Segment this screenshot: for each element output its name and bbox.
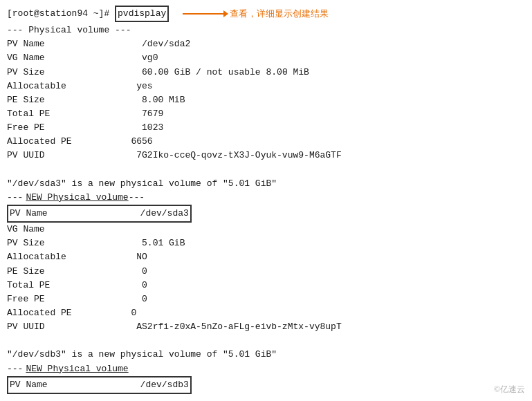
msg1-blank: [7, 163, 525, 177]
block2-divider-row: --- NEW Physical volume ---: [7, 191, 525, 205]
annotation-container: 查看，详细显示创建结果: [183, 7, 329, 21]
annotation-text: 查看，详细显示创建结果: [230, 7, 329, 21]
command-line: [root@station94 ~]# pvdisplay 查看，详细显示创建结…: [7, 6, 525, 22]
block2-pv-size: PV Size 5.01 GiB: [7, 236, 525, 250]
block2-pv-name-row: PV Name /dev/sda3: [7, 205, 192, 223]
block1-divider: --- Physical volume ---: [7, 24, 525, 37]
terminal-output: [root@station94 ~]# pvdisplay 查看，详细显示创建结…: [0, 0, 532, 400]
arrow-icon: [183, 13, 224, 15]
msg1: "/dev/sda3" is a new physical volume of …: [7, 177, 525, 191]
block1-total-pe: Total PE 7679: [7, 107, 525, 121]
block1-vg-name: VG Name vg0: [7, 51, 525, 65]
block1-allocatable: Allocatable yes: [7, 80, 525, 93]
block1-free-pe: Free PE 1023: [7, 121, 525, 135]
block2-divider: ---: [7, 191, 23, 205]
block3-pv-name-label: PV Name: [10, 378, 48, 392]
command-text: pvdisplay: [115, 6, 169, 22]
block2-pe-size: PE Size 0: [7, 265, 525, 279]
block2-allocated-pe: Allocated PE 0: [7, 306, 525, 320]
block3-pv-name-row: PV Name /dev/sdb3: [7, 376, 192, 394]
block3-divider-dashes: ---: [7, 362, 23, 376]
block2-pv-name-value: /dev/sda3: [140, 207, 189, 221]
block1-allocated-pe: Allocated PE 6656: [7, 135, 525, 149]
block3-divider-row: --- NEW Physical volume: [7, 362, 525, 376]
block2-vg-name: VG Name: [7, 223, 525, 236]
block2-divider-new: NEW Physical volume: [26, 191, 128, 205]
prompt: [root@station94 ~]#: [7, 7, 115, 21]
block2-pv-uuid: PV UUID AS2rfi-z0xA-5nZo-aFLg-eivb-zMtx-…: [7, 320, 525, 334]
block1-pv-name: PV Name /dev/sda2: [7, 37, 525, 51]
msg2-blank: [7, 334, 525, 348]
block2-divider-end: ---: [129, 191, 145, 205]
block1-pv-size: PV Size 60.00 GiB / not usable 8.00 MiB: [7, 66, 525, 80]
block2-total-pe: Total PE 0: [7, 279, 525, 292]
watermark: ©亿速云: [494, 384, 525, 395]
block1-pv-uuid: PV UUID 7G2Iko-cceQ-qovz-tX3J-Oyuk-vuw9-…: [7, 149, 525, 162]
block2-allocatable: Allocatable NO: [7, 250, 525, 264]
block1-pe-size: PE Size 8.00 MiB: [7, 93, 525, 107]
msg2: "/dev/sdb3" is a new physical volume of …: [7, 348, 525, 362]
block3-divider-new: NEW Physical volume: [26, 362, 128, 376]
block3-pv-name-value: /dev/sdb3: [140, 378, 189, 392]
block2-free-pe: Free PE 0: [7, 292, 525, 306]
block2-pv-name-label: PV Name: [10, 207, 48, 221]
